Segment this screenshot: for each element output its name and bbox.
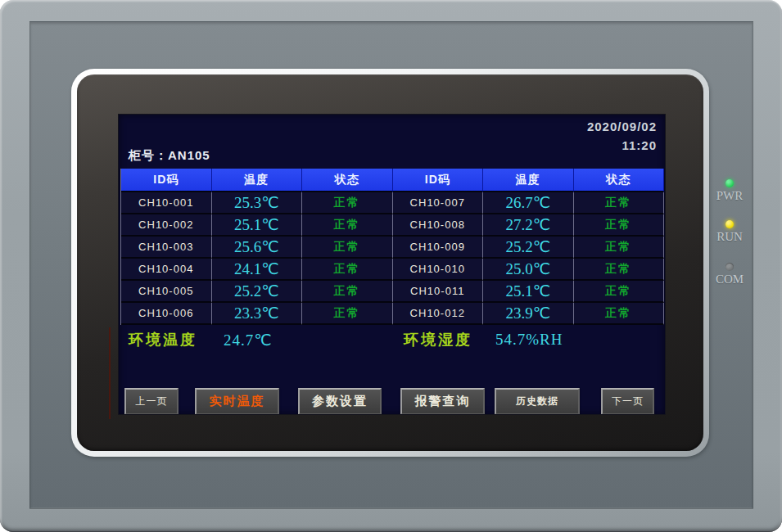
- channel-temp: 25.2℃: [483, 237, 574, 259]
- col-header-status: 状态: [302, 169, 393, 192]
- channel-status: 正常: [574, 192, 665, 214]
- prev-page-button[interactable]: 上一页: [124, 388, 179, 414]
- ambient-temp-value: 24.7℃: [224, 330, 273, 349]
- history-data-button[interactable]: 历史数据: [495, 388, 580, 414]
- run-led-label: RUN: [714, 230, 745, 244]
- channel-temp: 25.1℃: [483, 281, 574, 303]
- cabinet-number-label: 柜号：AN105: [129, 148, 210, 164]
- alarm-query-button[interactable]: 报警查询: [400, 388, 485, 414]
- channel-status: 正常: [302, 192, 393, 214]
- channel-status: 正常: [302, 259, 393, 281]
- col-header-id: ID码: [121, 169, 212, 192]
- channel-status: 正常: [302, 214, 393, 237]
- table-row: CH10-005 25.2℃ 正常 CH10-011 25.1℃ 正常: [121, 281, 664, 303]
- channel-temp: 25.1℃: [212, 214, 303, 237]
- channel-id: CH10-004: [121, 259, 212, 281]
- channel-temp: 26.7℃: [483, 192, 574, 214]
- channel-id: CH10-008: [393, 214, 484, 237]
- channel-status: 正常: [302, 237, 393, 259]
- channel-id: CH10-009: [393, 237, 484, 259]
- com-led: [725, 263, 734, 271]
- channel-id: CH10-007: [393, 192, 484, 214]
- channel-status: 正常: [574, 259, 665, 281]
- date-display: 2020/09/02: [587, 119, 657, 133]
- run-led: [725, 220, 734, 228]
- channel-temp: 24.1℃: [212, 259, 303, 281]
- channel-status: 正常: [574, 303, 665, 325]
- next-page-button[interactable]: 下一页: [601, 388, 654, 414]
- channel-status: 正常: [574, 237, 665, 259]
- col-header-status: 状态: [574, 169, 665, 192]
- channel-id: CH10-001: [121, 192, 212, 214]
- power-led: [725, 179, 734, 187]
- channel-status: 正常: [302, 303, 393, 325]
- table-row: CH10-004 24.1℃ 正常 CH10-010 25.0℃ 正常: [121, 259, 664, 281]
- table-row: CH10-003 25.6℃ 正常 CH10-009 25.2℃ 正常: [121, 237, 664, 259]
- channel-temp: 25.3℃: [212, 192, 303, 214]
- channel-id: CH10-005: [121, 281, 212, 303]
- ambient-temp-label: 环境温度: [129, 330, 197, 349]
- channel-temp: 23.3℃: [212, 303, 303, 325]
- table-row: CH10-002 25.1℃ 正常 CH10-008 27.2℃ 正常: [121, 214, 664, 237]
- channel-status: 正常: [574, 281, 665, 303]
- channel-temp: 25.2℃: [212, 281, 303, 303]
- channel-id: CH10-011: [393, 281, 484, 303]
- channel-temp: 27.2℃: [483, 214, 574, 237]
- realtime-temp-button[interactable]: 实时温度: [195, 388, 279, 414]
- power-led-label: PWR: [714, 189, 745, 203]
- channel-temp: 23.9℃: [483, 303, 574, 325]
- table-row: CH10-001 25.3℃ 正常 CH10-007 26.7℃ 正常: [121, 192, 664, 214]
- channel-temp: 25.6℃: [212, 237, 303, 259]
- col-header-temp: 温度: [483, 169, 574, 192]
- col-header-temp: 温度: [212, 169, 303, 192]
- channel-id: CH10-006: [121, 303, 212, 325]
- time-display: 11:20: [622, 138, 657, 152]
- channel-status: 正常: [302, 281, 393, 303]
- com-led-label: COM: [714, 273, 745, 286]
- channel-id: CH10-003: [121, 237, 212, 259]
- channel-id: CH10-010: [393, 259, 484, 281]
- channel-status: 正常: [574, 214, 665, 237]
- channel-id: CH10-002: [121, 214, 212, 237]
- lcd-edge-artifact: [109, 327, 111, 419]
- lcd-screen: 2020/09/02 11:20 柜号：AN105 ID码 温度 状态 ID码 …: [119, 115, 665, 414]
- table-header-row: ID码 温度 状态 ID码 温度 状态: [121, 169, 664, 192]
- ambient-humidity-label: 环境湿度: [404, 330, 472, 349]
- parameter-settings-button[interactable]: 参数设置: [298, 388, 382, 414]
- channel-id: CH10-012: [393, 303, 484, 325]
- channel-temp: 25.0℃: [483, 259, 574, 281]
- temperature-table: ID码 温度 状态 ID码 温度 状态 CH10-001 25.3℃ 正常 CH…: [120, 169, 664, 325]
- table-row: CH10-006 23.3℃ 正常 CH10-012 23.9℃ 正常: [121, 303, 664, 325]
- ambient-humidity-value: 54.7%RH: [495, 330, 563, 349]
- col-header-id: ID码: [393, 169, 484, 192]
- hmi-device-frame: 2020/09/02 11:20 柜号：AN105 ID码 温度 状态 ID码 …: [0, 0, 782, 532]
